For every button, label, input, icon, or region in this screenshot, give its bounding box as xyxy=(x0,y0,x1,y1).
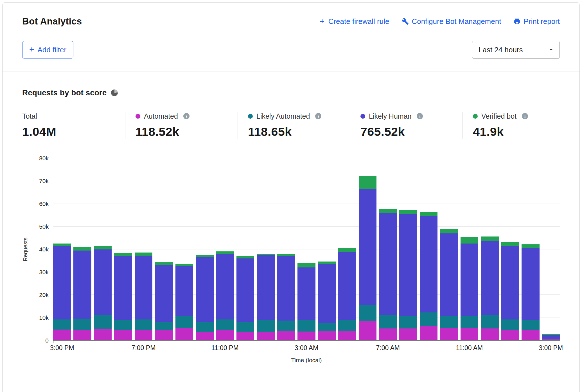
bar-segment-likely-automated xyxy=(135,319,152,330)
bar-segment-automated xyxy=(297,332,315,340)
stacked-bar[interactable] xyxy=(481,158,498,340)
bar-segment-verified-bot xyxy=(135,253,152,256)
bar-segment-verified-bot xyxy=(522,244,539,248)
stacked-bar[interactable]: 11:00 PM xyxy=(216,158,234,340)
stacked-bar[interactable] xyxy=(338,158,356,340)
info-icon[interactable]: i xyxy=(417,113,423,119)
stacked-bar[interactable]: 7:00 AM xyxy=(379,158,397,340)
info-icon[interactable]: i xyxy=(183,113,190,119)
bar-segment-likely-human xyxy=(135,256,152,319)
bar-segment-likely-human xyxy=(501,246,519,319)
bar-segment-automated xyxy=(399,328,417,340)
y-tick-label: 0 xyxy=(45,337,49,344)
bar-segment-likely-human xyxy=(216,254,234,320)
bar-segment-likely-human xyxy=(175,266,193,316)
stacked-bar[interactable] xyxy=(114,158,132,340)
requests-bar-chart: Requests 010k20k30k40k50k60k70k80k 3:00 … xyxy=(22,158,560,364)
bar-segment-likely-automated xyxy=(175,316,193,328)
stacked-bar[interactable] xyxy=(501,158,519,340)
stacked-bar[interactable] xyxy=(318,158,336,340)
stacked-bar[interactable] xyxy=(359,158,376,340)
bar-segment-likely-automated xyxy=(216,319,234,330)
bar-segment-verified-bot xyxy=(318,262,336,264)
verified-bot-dot-icon xyxy=(473,114,478,119)
bar-segment-verified-bot xyxy=(196,255,213,257)
printer-icon xyxy=(513,18,521,25)
bar-segment-likely-automated xyxy=(94,315,112,329)
bar-segment-likely-automated xyxy=(501,319,519,330)
time-range-select[interactable]: Last 24 hours xyxy=(472,41,560,59)
x-tick-label: 3:00 PM xyxy=(539,344,563,352)
bar-segment-automated xyxy=(94,329,112,340)
bar-segment-likely-automated xyxy=(440,316,458,328)
stacked-bar[interactable] xyxy=(73,158,91,340)
stacked-bar[interactable] xyxy=(175,158,193,340)
bar-segment-verified-bot xyxy=(175,264,193,266)
add-filter-button[interactable]: + Add filter xyxy=(22,41,73,58)
stacked-bar[interactable] xyxy=(94,158,112,340)
bar-segment-likely-automated xyxy=(257,320,274,332)
bar-segment-automated xyxy=(501,330,519,340)
stat-total: Total 1.04M xyxy=(22,112,125,139)
bar-segment-likely-human xyxy=(94,249,112,316)
stacked-bar[interactable]: 3:00 PM xyxy=(542,158,560,340)
stacked-bar[interactable] xyxy=(257,158,274,340)
stacked-bar[interactable] xyxy=(440,158,458,340)
stat-label: Likely Human xyxy=(369,112,411,120)
bar-segment-likely-human xyxy=(277,256,295,321)
stacked-bar[interactable]: 3:00 AM xyxy=(297,158,315,340)
create-firewall-rule-link[interactable]: Create firewall rule xyxy=(319,17,389,26)
x-tick-label: 3:00 AM xyxy=(295,344,318,352)
y-tick-label: 70k xyxy=(39,178,49,184)
x-tick-label: 11:00 PM xyxy=(211,344,239,352)
configure-bot-management-link[interactable]: Configure Bot Management xyxy=(401,17,501,26)
pie-chart-icon xyxy=(111,89,118,96)
page-title: Bot Analytics xyxy=(22,16,82,27)
bar-segment-verified-bot xyxy=(94,246,112,249)
stat-label: Likely Automated xyxy=(256,112,310,120)
stacked-bar[interactable] xyxy=(236,158,254,340)
plot-area: 3:00 PM7:00 PM11:00 PM3:00 AM7:00 AM11:0… xyxy=(53,158,560,341)
bar-segment-automated xyxy=(440,328,458,340)
bar-segment-automated xyxy=(318,331,336,340)
x-tick-label: 7:00 AM xyxy=(376,344,400,352)
bar-segment-likely-human xyxy=(461,244,478,316)
stacked-bar[interactable] xyxy=(277,158,295,340)
print-report-link[interactable]: Print report xyxy=(513,17,560,26)
stacked-bar[interactable] xyxy=(196,158,213,340)
stat-label: Total xyxy=(22,112,37,120)
info-icon[interactable]: i xyxy=(315,113,321,119)
stacked-bar[interactable]: 7:00 PM xyxy=(135,158,152,340)
bar-segment-verified-bot xyxy=(53,244,71,246)
info-icon[interactable]: i xyxy=(522,113,528,119)
time-range-value: Last 24 hours xyxy=(479,46,523,54)
bar-segment-likely-human xyxy=(114,256,132,320)
bar-segment-automated xyxy=(53,330,71,340)
bar-segment-likely-automated xyxy=(236,322,254,332)
bar-segment-automated xyxy=(257,332,274,340)
bar-segment-likely-human xyxy=(53,246,71,319)
bar-segment-likely-automated xyxy=(399,316,417,328)
stacked-bar[interactable] xyxy=(420,158,437,340)
bar-segment-likely-automated xyxy=(522,320,539,330)
bar-segment-likely-automated xyxy=(53,319,71,330)
stacked-bar[interactable] xyxy=(522,158,539,340)
bar-segment-automated xyxy=(481,328,498,340)
y-tick-label: 10k xyxy=(39,314,49,321)
bar-segment-automated xyxy=(420,326,437,340)
bar-segment-verified-bot xyxy=(420,212,437,216)
print-report-label: Print report xyxy=(524,17,560,26)
stacked-bar[interactable] xyxy=(155,158,173,340)
stat-verified-bot: Verified bot i 41.9k xyxy=(463,112,575,139)
bar-segment-likely-automated xyxy=(196,322,213,332)
bar-segment-likely-automated xyxy=(73,319,91,330)
bar-segment-verified-bot xyxy=(297,263,315,267)
x-tick-label: 3:00 PM xyxy=(50,344,74,352)
bar-segment-likely-human xyxy=(236,258,254,322)
stacked-bar[interactable] xyxy=(399,158,417,340)
stacked-bar[interactable]: 11:00 AM xyxy=(461,158,478,340)
stacked-bar[interactable]: 3:00 PM xyxy=(53,158,71,340)
y-axis-labels: 010k20k30k40k50k60k70k80k xyxy=(32,158,53,341)
bar-segment-likely-human xyxy=(297,267,315,320)
bar-segment-automated xyxy=(522,330,539,340)
